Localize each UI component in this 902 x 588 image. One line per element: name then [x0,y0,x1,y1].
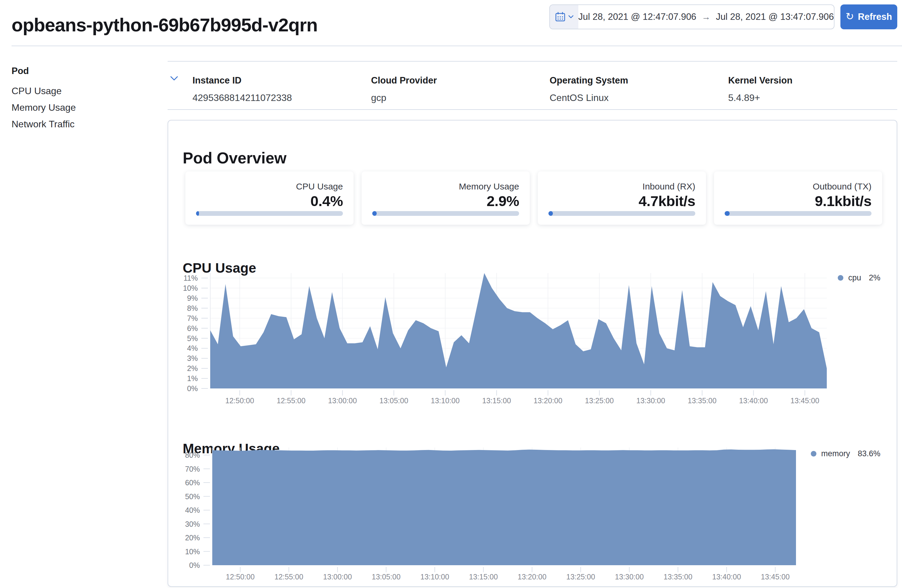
y-axis-label: 9% [187,294,198,302]
metric-progress-fill [196,211,199,216]
y-axis-label: 1% [187,374,198,383]
metric-value: 9.1kbit/s [815,193,872,209]
x-axis-label: 13:25:00 [585,396,614,405]
metadata-label: Operating System [550,75,728,86]
metric-card-inbound-rx: Inbound (RX) 4.7kbit/s [538,171,706,225]
pod-overview-panel: Pod Overview CPU Usage 0.4% Memory Usage… [168,120,897,587]
start-date[interactable]: Jul 28, 2021 @ 12:47:07.906 [578,11,697,22]
calendar-icon [554,11,566,22]
x-axis-label: 13:15:00 [469,572,498,581]
area-series [210,273,827,388]
x-axis-label: 13:45:00 [790,396,819,405]
x-axis-label: 13:25:00 [566,572,595,581]
metadata-value: gcp [371,92,550,103]
metric-value: 4.7kbit/s [639,193,695,209]
date-range-picker[interactable]: Jul 28, 2021 @ 12:47:07.906 → Jul 28, 20… [549,5,835,29]
y-axis-label: 40% [185,506,200,514]
y-axis-label: 10% [185,547,200,556]
x-axis-label: 13:40:00 [712,572,741,581]
refresh-icon: ↻ [846,10,854,22]
y-axis-label: 60% [185,479,200,487]
metric-value: 0.4% [310,193,343,209]
x-axis-label: 13:05:00 [372,572,400,581]
y-axis-label: 30% [185,520,200,528]
x-axis-label: 13:45:00 [761,572,789,581]
cpu-chart-legend[interactable]: cpu 2% [838,273,880,283]
chevron-down-icon [170,76,178,81]
sidebar-item-network-traffic[interactable]: Network Traffic [11,120,154,128]
metric-progress-bar [196,211,343,216]
y-axis-label: 7% [187,314,198,322]
metric-progress-bar [725,211,872,216]
metric-label: Memory Usage [459,181,519,192]
date-picker-toggle[interactable] [550,5,578,29]
x-axis-label: 13:00:00 [328,396,357,405]
refresh-button[interactable]: ↻ Refresh [840,5,897,29]
metric-card-cpu-usage: CPU Usage 0.4% [185,171,354,225]
y-axis-label: 8% [187,304,198,312]
metric-progress-bar [372,211,519,216]
x-axis-label: 13:10:00 [421,572,449,581]
metadata-field-instance-id: Instance ID 4295368814211072338 [193,62,371,103]
legend-series-value: 83.6% [858,449,880,458]
end-date[interactable]: Jul 28, 2021 @ 13:47:07.906 [716,11,834,22]
y-axis-label: 0% [189,561,200,569]
y-axis-label: 0% [187,384,198,393]
x-axis-label: 13:20:00 [534,396,562,405]
y-axis-label: 11% [183,274,198,282]
metric-progress-fill [372,211,377,216]
legend-dot-icon [838,275,843,281]
metadata-field-kernel-version: Kernel Version 5.4.89+ [728,62,902,103]
metric-label: CPU Usage [296,181,343,192]
x-axis-label: 13:20:00 [518,572,547,581]
legend-dot-icon [811,451,816,457]
legend-series-value: 2% [869,273,880,283]
area-series [212,449,796,566]
y-axis-label: 2% [187,364,198,372]
memory-usage-chart[interactable]: 12:50:0012:55:0013:00:0013:05:0013:10:00… [168,443,898,588]
metadata-section: Instance ID 4295368814211072338 Cloud Pr… [168,61,897,110]
x-axis-label: 13:05:00 [379,396,408,405]
sidebar-item-cpu-usage[interactable]: CPU Usage [11,86,154,95]
y-axis-label: 4% [187,344,198,352]
x-axis-label: 13:35:00 [664,572,692,581]
legend-series-name: memory [821,449,850,458]
y-axis-label: 5% [187,334,198,342]
metadata-collapse-chevron[interactable] [170,76,178,82]
date-range-arrow-icon: → [702,12,710,22]
x-axis-label: 13:35:00 [687,396,716,405]
y-axis-label: 20% [185,533,200,542]
y-axis-label: 3% [187,354,198,363]
metadata-label: Kernel Version [728,75,902,86]
y-axis-label: 6% [187,324,198,333]
header-divider [11,45,902,46]
x-axis-label: 12:50:00 [226,572,255,581]
metric-value: 2.9% [487,193,519,209]
sidebar-item-memory-usage[interactable]: Memory Usage [11,103,154,112]
y-axis-label: 80% [185,451,200,459]
x-axis-label: 13:40:00 [739,396,768,405]
metric-progress-fill [725,211,730,216]
y-axis-label: 50% [185,493,200,500]
metadata-field-cloud-provider: Cloud Provider gcp [371,62,550,103]
sidebar-heading-pod: Pod [11,66,154,77]
metric-progress-fill [548,211,553,216]
panel-title: Pod Overview [183,149,287,167]
x-axis-label: 12:55:00 [277,396,305,405]
y-axis-label: 10% [183,284,198,292]
x-axis-label: 12:55:00 [274,572,303,581]
metadata-value: CentOS Linux [550,92,728,103]
x-axis-label: 13:30:00 [636,396,665,405]
memory-chart-legend[interactable]: memory 83.6% [811,449,880,458]
metadata-label: Cloud Provider [371,75,550,86]
y-axis-label: 70% [185,465,200,473]
x-axis-label: 13:15:00 [482,396,511,405]
metric-card-outbound-tx: Outbound (TX) 9.1kbit/s [714,171,882,225]
metric-label: Outbound (TX) [813,181,872,192]
cpu-usage-chart[interactable]: 12:50:0012:55:0013:00:0013:05:0013:10:00… [168,264,898,412]
page-title: opbeans-python-69b67b995d-v2qrn [11,14,318,36]
metadata-field-operating-system: Operating System CentOS Linux [550,62,728,103]
metric-card-memory-usage: Memory Usage 2.9% [362,171,530,225]
legend-series-name: cpu [848,273,861,283]
chevron-down-icon [568,15,573,19]
